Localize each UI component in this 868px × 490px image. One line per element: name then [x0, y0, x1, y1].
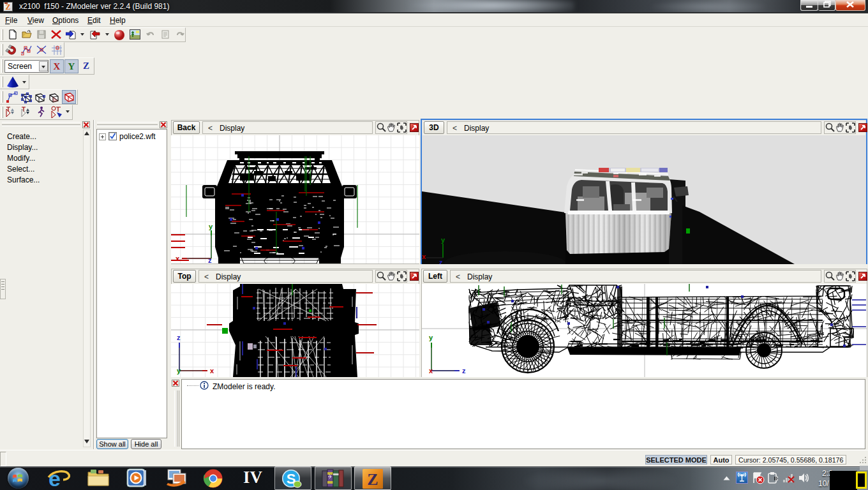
svg-text:Z: Z [367, 470, 378, 489]
svg-text:z: z [462, 367, 466, 375]
svg-text:x: x [422, 253, 426, 260]
svg-text:y: y [429, 334, 433, 341]
svg-text:z: z [439, 258, 443, 264]
svg-text:z: z [208, 256, 212, 264]
svg-text:x: x [429, 367, 433, 375]
svg-text:IV: IV [243, 468, 263, 486]
svg-text:z: z [177, 334, 181, 341]
svg-text:y: y [177, 367, 181, 375]
svg-text:y: y [209, 223, 213, 230]
svg-text:y: y [441, 236, 445, 244]
svg-text:x: x [176, 255, 180, 262]
svg-text:x: x [210, 367, 214, 375]
